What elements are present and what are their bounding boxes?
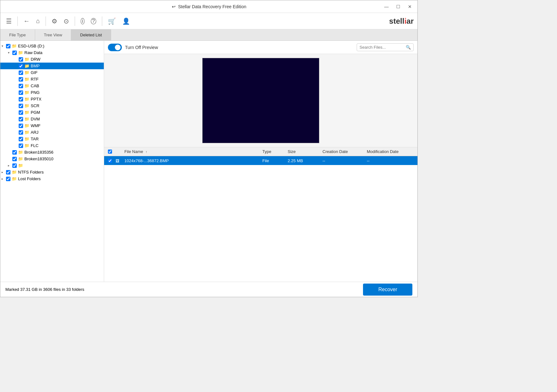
folder-icon-broken2: 📁 — [18, 156, 23, 161]
tree-label-rtf: RTF — [31, 77, 39, 82]
folder-icon-arj: 📁 — [24, 130, 29, 135]
tree-item-esd-usb[interactable]: ▾📁ESD-USB (D:) — [0, 43, 104, 49]
checkbox-raw-data[interactable] — [12, 51, 17, 55]
checkbox-wmf[interactable] — [19, 124, 23, 128]
tree-item-png[interactable]: 📁PNG — [0, 89, 104, 96]
tree-item-lost-folders[interactable]: ▸📁Lost Folders — [0, 175, 104, 182]
tree-item-pptx[interactable]: 📁PPTX — [0, 96, 104, 102]
header-created[interactable]: Creation Date — [322, 149, 367, 154]
tree-item-drw[interactable]: 📁DRW — [0, 56, 104, 63]
close-button[interactable]: ✕ — [406, 3, 414, 10]
checkbox-bmp[interactable] — [19, 64, 23, 68]
tree-item-dvm[interactable]: 📁DVM — [0, 116, 104, 122]
expand-arrow-lost-folders[interactable]: ▸ — [2, 177, 6, 181]
tree-item-ntfs-folders[interactable]: ▸📁NTFS Folders — [0, 169, 104, 175]
checkbox-ntfs-folders[interactable] — [6, 170, 10, 175]
home-button[interactable]: ⌂ — [34, 16, 42, 26]
folder-icon-png: 📁 — [24, 90, 29, 95]
tree-item-gif[interactable]: 📁GIF — [0, 69, 104, 76]
settings-button[interactable]: ⚙ — [50, 16, 59, 26]
expand-arrow-esd-usb[interactable]: ▾ — [2, 44, 6, 48]
tab-deleted-list[interactable]: Deleted List — [71, 29, 111, 40]
checkbox-pgm[interactable] — [19, 110, 23, 115]
file-modified-cell: -- — [367, 158, 417, 163]
checkbox-flc[interactable] — [19, 144, 23, 148]
recover-history-icon: ⊙ — [64, 17, 69, 25]
preview-toggle[interactable] — [108, 44, 122, 51]
status-text: Marked 37.31 GB in 3606 files in 33 fold… — [5, 287, 84, 292]
header-check[interactable] — [104, 150, 116, 154]
tree-item-wmf[interactable]: 📁WMF — [0, 122, 104, 129]
search-box[interactable]: 🔍 — [357, 43, 414, 51]
help-button[interactable]: ? — [89, 17, 98, 26]
tree-item-scr[interactable]: 📁SCR — [0, 102, 104, 109]
preview-toolbar: Turn Off Preview 🔍 — [104, 41, 417, 54]
header-type[interactable]: Type — [262, 149, 288, 154]
tree-item-unnamed[interactable]: ▸📁 — [0, 162, 104, 169]
tree-item-tar[interactable]: 📁TAR — [0, 136, 104, 142]
checkbox-scr[interactable] — [19, 104, 23, 108]
folder-icon-broken1: 📁 — [18, 150, 23, 155]
checkbox-pptx[interactable] — [19, 97, 23, 101]
cart-button[interactable]: 🛒 — [106, 16, 118, 26]
tree-item-broken2[interactable]: 📁Broken1835010 — [0, 156, 104, 162]
file-rows: 🖼 1024x768-...36872.BMP File 2.25 MB -- … — [104, 156, 417, 165]
tree-item-flc[interactable]: 📁FLC — [0, 142, 104, 149]
tree-item-bmp[interactable]: 📁BMP — [0, 63, 104, 69]
header-filename[interactable]: File Name ↑ — [123, 149, 262, 154]
tab-file-type[interactable]: File Type — [0, 29, 35, 40]
sort-arrow: ↑ — [146, 150, 147, 154]
recover-history-button[interactable]: ⊙ — [62, 16, 71, 26]
menu-button[interactable]: ☰ — [4, 16, 14, 26]
checkbox-cab[interactable] — [19, 84, 23, 88]
header-size[interactable]: Size — [288, 149, 322, 154]
header-modified[interactable]: Modification Date — [367, 149, 417, 154]
file-row-file1[interactable]: 🖼 1024x768-...36872.BMP File 2.25 MB -- … — [104, 156, 417, 165]
select-all-checkbox[interactable] — [108, 150, 112, 154]
expand-arrow-ntfs-folders[interactable]: ▸ — [2, 170, 6, 174]
expand-arrow-raw-data[interactable]: ▾ — [8, 51, 12, 54]
checkbox-esd-usb[interactable] — [6, 44, 10, 48]
tree-item-arj[interactable]: 📁ARJ — [0, 129, 104, 136]
checkbox-broken2[interactable] — [12, 157, 17, 161]
user-button[interactable]: 👤 — [120, 16, 132, 26]
checkbox-gif[interactable] — [19, 70, 23, 75]
tab-tree-view[interactable]: Tree View — [35, 29, 72, 40]
tree-label-broken1: Broken1835356 — [24, 150, 53, 155]
back-button[interactable]: ← — [22, 16, 32, 26]
tree-label-bmp: BMP — [31, 64, 40, 68]
minimize-button[interactable]: — — [382, 3, 391, 10]
recover-button[interactable]: Recover — [363, 284, 412, 296]
expand-arrow-unnamed[interactable]: ▸ — [8, 164, 12, 167]
file-icon-cell: 🖼 — [116, 158, 123, 163]
checkbox-png[interactable] — [19, 90, 23, 95]
checkbox-tar[interactable] — [19, 137, 23, 141]
checkbox-drw[interactable] — [19, 57, 23, 62]
toolbar: ☰ ← ⌂ ⚙ ⊙ i ? 🛒 👤 stelliar — [0, 13, 417, 29]
divider-4 — [102, 16, 102, 26]
tree-label-arj: ARJ — [31, 130, 39, 135]
checkbox-dvm[interactable] — [19, 117, 23, 121]
tree-item-broken1[interactable]: 📁Broken1835356 — [0, 149, 104, 156]
user-icon: 👤 — [122, 17, 130, 25]
file-checkbox-cell[interactable] — [104, 159, 116, 163]
checkbox-rtf[interactable] — [19, 77, 23, 82]
checkbox-arj[interactable] — [19, 130, 23, 135]
maximize-button[interactable]: ☐ — [394, 3, 402, 10]
toggle-area: Turn Off Preview — [108, 44, 158, 51]
search-input[interactable] — [360, 45, 404, 50]
folder-icon-dvm: 📁 — [24, 117, 29, 121]
tree-item-pgm[interactable]: 📁PGM — [0, 109, 104, 116]
tree-item-raw-data[interactable]: ▾📁Raw Data — [0, 49, 104, 56]
checkbox-broken1[interactable] — [12, 150, 17, 155]
folder-icon-raw-data: 📁 — [18, 50, 23, 55]
settings-icon: ⚙ — [52, 17, 57, 25]
checkbox-lost-folders[interactable] — [6, 177, 10, 181]
info-button[interactable]: i — [79, 17, 86, 26]
file-checkbox-file1[interactable] — [108, 159, 112, 163]
checkbox-unnamed[interactable] — [12, 163, 17, 168]
window-controls: — ☐ ✕ — [382, 3, 414, 10]
tree-item-rtf[interactable]: 📁RTF — [0, 76, 104, 83]
tree-item-cab[interactable]: 📁CAB — [0, 83, 104, 89]
tree-label-pptx: PPTX — [31, 97, 41, 101]
